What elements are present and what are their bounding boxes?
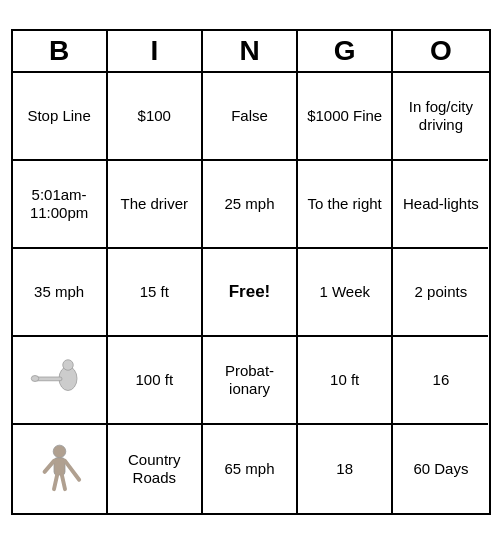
svg-line-9	[61, 475, 64, 489]
cell-r2c4: To the right	[298, 161, 393, 249]
svg-line-7	[44, 460, 53, 471]
header-o: O	[393, 31, 488, 71]
cell-r3c1: 35 mph	[13, 249, 108, 337]
arm-gesture-icon	[32, 442, 87, 497]
header-b: B	[13, 31, 108, 71]
cell-r3c4: 1 Week	[298, 249, 393, 337]
cell-r5c3: 65 mph	[203, 425, 298, 513]
cell-r3c2: 15 ft	[108, 249, 203, 337]
svg-point-1	[63, 360, 74, 371]
cell-r5c1-arm	[13, 425, 108, 513]
cell-r5c2: Country Roads	[108, 425, 203, 513]
cell-r2c2: The driver	[108, 161, 203, 249]
cell-r4c3: Probat-ionary	[203, 337, 298, 425]
cell-r1c1: Stop Line	[13, 73, 108, 161]
header-g: G	[298, 31, 393, 71]
svg-line-6	[65, 460, 79, 479]
cell-r1c5: In fog/city driving	[393, 73, 488, 161]
cell-r4c4: 10 ft	[298, 337, 393, 425]
cell-r3c5: 2 points	[393, 249, 488, 337]
cell-r5c4: 18	[298, 425, 393, 513]
header-n: N	[203, 31, 298, 71]
svg-point-4	[53, 445, 66, 458]
cell-r1c2: $100	[108, 73, 203, 161]
cell-r4c1-arm	[13, 337, 108, 425]
bingo-header: B I N G O	[13, 31, 489, 73]
cell-r2c3: 25 mph	[203, 161, 298, 249]
header-i: I	[108, 31, 203, 71]
cell-r5c5: 60 Days	[393, 425, 488, 513]
cell-r3c3-free: Free!	[203, 249, 298, 337]
cell-r2c5: Head-lights	[393, 161, 488, 249]
bingo-grid: Stop Line $100 False $1000 Fine In fog/c…	[13, 73, 489, 513]
cell-r4c5: 16	[393, 337, 488, 425]
bingo-card: B I N G O Stop Line $100 False $1000 Fin…	[11, 29, 491, 515]
cell-r2c1: 5:01am-11:00pm	[13, 161, 108, 249]
svg-point-3	[31, 376, 39, 382]
arm-extended-icon	[29, 355, 89, 405]
cell-r1c4: $1000 Fine	[298, 73, 393, 161]
cell-r1c3: False	[203, 73, 298, 161]
cell-r4c2: 100 ft	[108, 337, 203, 425]
svg-line-8	[54, 475, 57, 489]
